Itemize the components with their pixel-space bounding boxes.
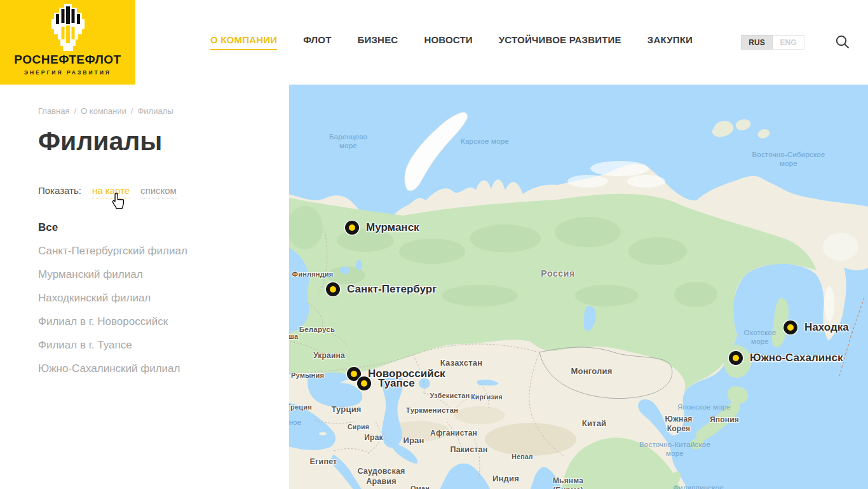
branch-marker-label-5: Южно-Сахалинск [750,352,843,364]
branch-filter-3[interactable]: Находкинский филиал [38,286,289,310]
branch-marker-4[interactable] [783,320,797,334]
brand-name: РОСНЕФТЕФЛОТ [0,53,135,67]
nav-item-2[interactable]: БИЗНЕС [358,34,398,50]
site-header: РОСНЕФТЕФЛОТ ЭНЕРГИЯ РАЗВИТИЯ О КОМПАНИИ… [0,0,868,85]
breadcrumb-item-2: Филиалы [137,106,173,116]
branch-filter-4[interactable]: Филиал в г. Новороссийск [38,310,289,333]
lang-option-rus[interactable]: RUS [741,35,773,50]
branch-marker-1[interactable] [326,282,340,296]
brand-tagline: ЭНЕРГИЯ РАЗВИТИЯ [0,69,135,76]
page-title: Филиалы [38,127,289,156]
branch-filter-list: ВсеСанкт-Петербургский филиалМурманский … [38,216,289,380]
breadcrumb-item-1[interactable]: О компании [81,106,126,116]
breadcrumb: Главная/О компании/Филиалы [38,106,289,116]
view-option-1[interactable]: списком [140,185,177,198]
nav-item-1[interactable]: ФЛОТ [303,34,331,50]
view-switcher: Показать: на картесписком [38,185,289,198]
show-label: Показать: [38,185,81,196]
branch-filter-0[interactable]: Все [38,216,289,239]
breadcrumb-item-0[interactable]: Главная [38,106,69,116]
hand-cursor-icon [111,192,126,210]
lang-option-eng[interactable]: ENG [773,35,804,50]
branch-filter-5[interactable]: Филиал в г. Туапсе [38,333,289,357]
sidebar: Главная/О компании/Филиалы Филиалы Показ… [0,85,289,489]
branch-filter-6[interactable]: Южно-Сахалинский филиал [38,357,289,380]
search-icon [834,34,851,50]
branch-marker-label-3: Туапсе [378,377,415,390]
main-nav: О КОМПАНИИФЛОТБИЗНЕСНОВОСТИУСТОЙЧИВОЕ РА… [210,0,693,85]
rosneft-logo-icon [49,4,87,52]
breadcrumb-separator: / [74,106,76,116]
branch-marker-3[interactable] [357,376,371,390]
view-options: на картесписком [92,185,177,198]
logo[interactable]: РОСНЕФТЕФЛОТ ЭНЕРГИЯ РАЗВИТИЯ [0,0,135,85]
nav-item-5[interactable]: ЗАКУПКИ [648,34,693,50]
breadcrumb-separator: / [131,106,133,116]
branch-marker-label-1: Санкт-Петербург [347,283,437,296]
language-toggle: RUSENG [741,35,804,50]
map[interactable]: Баренцево мореКарское мореВосточно-Сибир… [289,85,868,489]
search-button[interactable] [831,32,854,53]
branch-filter-1[interactable]: Санкт-Петербургский филиал [38,239,289,263]
branch-marker-0[interactable] [345,221,359,235]
branch-filter-2[interactable]: Мурманский филиал [38,263,289,286]
branch-marker-label-0: Мурманск [366,221,419,234]
nav-item-4[interactable]: УСТОЙЧИВОЕ РАЗВИТИЕ [499,34,621,50]
branch-marker-5[interactable] [729,351,743,365]
branch-marker-label-4: Находка [804,321,849,334]
nav-item-3[interactable]: НОВОСТИ [424,34,472,50]
nav-item-0[interactable]: О КОМПАНИИ [210,34,277,50]
